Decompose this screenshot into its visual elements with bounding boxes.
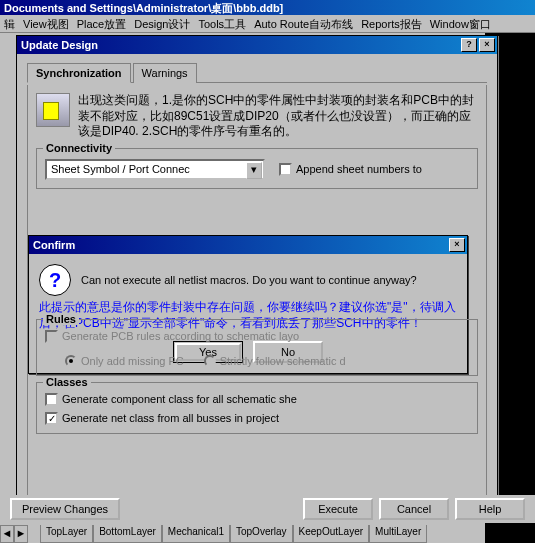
layer-tab[interactable]: BottomLayer — [93, 525, 162, 543]
only-add-radio: Only add missing PC — [65, 355, 184, 367]
component-class-checkbox[interactable]: Generate component class for all schemat… — [45, 393, 297, 406]
group-title: Classes — [43, 376, 91, 388]
layer-tabs: TopLayer BottomLayer Mechanical1 TopOver… — [40, 525, 427, 543]
layer-tab[interactable]: KeepOutLayer — [293, 525, 370, 543]
group-title: Connectivity — [43, 142, 115, 154]
strictly-follow-radio: Strictly follow schematic d — [204, 355, 346, 367]
menu-item[interactable]: Place放置 — [77, 17, 127, 30]
menu-item[interactable]: Design设计 — [134, 17, 190, 30]
tab-synchronization[interactable]: Synchronization — [27, 63, 131, 83]
layer-prev-icon[interactable]: ◄ — [0, 525, 14, 543]
tabs: Synchronization Warnings — [27, 62, 487, 83]
generate-rules-checkbox: Generate PCB rules according to schemati… — [45, 330, 299, 343]
net-class-checkbox[interactable]: Generate net class from all busses in pr… — [45, 412, 279, 425]
group-title: Rules — [43, 313, 79, 325]
update-design-dialog: Update Design ? × Synchronization Warnin… — [16, 35, 498, 503]
app-titlebar: Documents and Settings\Administrator\桌面\… — [0, 0, 535, 15]
menu-item[interactable]: 辑 — [4, 17, 15, 30]
dialog-title: Update Design — [21, 39, 459, 51]
cancel-button[interactable]: Cancel — [379, 498, 449, 520]
layer-tab[interactable]: TopOverlay — [230, 525, 293, 543]
layer-next-icon[interactable]: ► — [14, 525, 28, 543]
rules-group: Rules Generate PCB rules according to sc… — [36, 319, 478, 376]
append-sheet-checkbox[interactable]: Append sheet numbers to — [279, 163, 422, 176]
layer-tab[interactable]: Mechanical1 — [162, 525, 230, 543]
layer-tab[interactable]: TopLayer — [40, 525, 93, 543]
menu-item[interactable]: Window窗口 — [430, 17, 491, 30]
info-annotation: 出现这类问题，1.是你的SCH中的零件属性中封装项的封装名和PCB中的封装不能对… — [78, 93, 478, 140]
layer-tab[interactable]: MultiLayer — [369, 525, 427, 543]
dialog-titlebar[interactable]: Update Design ? × — [17, 36, 497, 54]
question-icon — [39, 264, 71, 296]
confirm-close-button[interactable]: × — [449, 238, 465, 252]
menu-item[interactable]: View视图 — [23, 17, 69, 30]
help-button[interactable]: Help — [455, 498, 525, 520]
menubar: 辑 View视图 Place放置 Design设计 Tools工具 Auto R… — [0, 15, 535, 33]
preview-button[interactable]: Preview Changes — [10, 498, 120, 520]
close-button[interactable]: × — [479, 38, 495, 52]
button-bar: Preview Changes Execute Cancel Help — [0, 495, 535, 523]
menu-item[interactable]: Auto Route自动布线 — [254, 17, 353, 30]
classes-group: Classes Generate component class for all… — [36, 382, 478, 434]
confirm-title: Confirm — [33, 239, 447, 251]
confirm-message: Can not execute all netlist macros. Do y… — [81, 274, 417, 286]
connectivity-group: Connectivity Sheet Symbol / Port Connec … — [36, 148, 478, 189]
menu-item[interactable]: Reports报告 — [361, 17, 422, 30]
menu-item[interactable]: Tools工具 — [198, 17, 246, 30]
help-button[interactable]: ? — [461, 38, 477, 52]
connectivity-select[interactable]: Sheet Symbol / Port Connec — [45, 159, 265, 180]
info-icon — [36, 93, 70, 127]
tab-warnings[interactable]: Warnings — [133, 63, 197, 83]
confirm-titlebar[interactable]: Confirm × — [29, 236, 467, 254]
execute-button[interactable]: Execute — [303, 498, 373, 520]
